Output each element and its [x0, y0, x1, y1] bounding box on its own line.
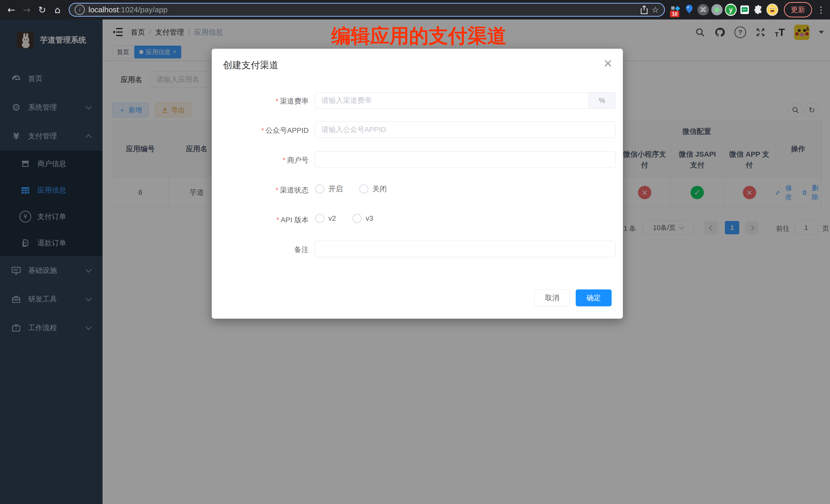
url-path: :1024/pay/app [119, 5, 167, 14]
update-button[interactable]: 更新 [784, 2, 812, 18]
fee-rate-input-group: % [315, 92, 615, 109]
extension-record-icon[interactable] [711, 4, 723, 15]
radio-circle-icon[interactable] [359, 184, 369, 194]
channel-status-radio-group: 开启 关闭 [315, 184, 397, 194]
url-text[interactable]: localhost:1024/pay/app [89, 5, 637, 14]
radio-option-v3[interactable]: v3 [352, 214, 374, 223]
radio-option-enable[interactable]: 开启 [315, 184, 343, 194]
dialog-close-icon[interactable]: × [603, 57, 613, 69]
extension-badge: 10 [670, 11, 679, 17]
bookmark-star-icon[interactable]: ☆ [651, 5, 659, 14]
reload-icon[interactable]: ↻ [35, 3, 49, 17]
confirm-button[interactable]: 确定 [576, 289, 612, 306]
remark-input[interactable] [315, 241, 615, 257]
browser-menu-icon[interactable]: ⋮ [817, 5, 825, 15]
extension-balloon-icon[interactable] [683, 4, 695, 15]
field-label-fee-rate: *渠道费率 [224, 96, 309, 106]
radio-circle-icon[interactable] [352, 214, 362, 223]
radio-circle-icon[interactable] [315, 214, 324, 223]
field-label-channel-status: *渠道状态 [224, 185, 309, 195]
percent-suffix: % [588, 92, 615, 109]
radio-option-disable[interactable]: 关闭 [359, 184, 387, 194]
radio-circle-icon[interactable] [315, 184, 324, 194]
radio-option-v2[interactable]: v2 [315, 214, 336, 223]
share-icon[interactable] [640, 5, 648, 14]
annotation-title: 编辑应用的支付渠道 [331, 23, 516, 50]
url-host: localhost [89, 5, 119, 14]
extension-puzzle-icon[interactable] [753, 4, 764, 15]
cancel-button[interactable]: 取消 [535, 289, 570, 306]
app-root: 芋道管理系统 首页 ⚙ 系统管理 ¥ 支付管理 [0, 20, 830, 504]
extension-command-icon[interactable]: ⌘ [697, 4, 709, 15]
field-label-merchant-no: *商户号 [224, 155, 309, 165]
appid-input[interactable] [315, 122, 615, 138]
extension-tiles-icon[interactable]: 10 [670, 4, 681, 15]
field-label-remark: 备注 [224, 245, 309, 255]
api-version-radio-group: v2 v3 [315, 214, 383, 223]
field-label-appid: *公众号APPID [224, 126, 309, 135]
extension-emoji-avatar[interactable] [766, 4, 778, 15]
screen: ← → ↻ ⌂ i localhost:1024/pay/app ☆ 10 ⌘ … [0, 0, 830, 504]
browser-chrome: ← → ↻ ⌂ i localhost:1024/pay/app ☆ 10 ⌘ … [0, 0, 830, 20]
forward-icon[interactable]: → [20, 3, 33, 17]
dialog-title: 创建支付渠道 [223, 59, 278, 71]
field-label-api-version: *API 版本 [224, 215, 309, 225]
extension-chat-icon[interactable] [739, 4, 751, 15]
create-pay-channel-dialog: 创建支付渠道 × *渠道费率 % *公众号APPID *商户号 *渠道状态 开启… [212, 49, 623, 319]
url-bar[interactable]: i localhost:1024/pay/app ☆ [69, 3, 665, 17]
fee-rate-input[interactable] [315, 92, 588, 109]
extension-y-icon[interactable]: y [725, 4, 737, 15]
back-icon[interactable]: ← [5, 3, 18, 17]
merchant-no-input[interactable] [315, 151, 615, 168]
site-info-icon[interactable]: i [74, 5, 85, 15]
home-icon[interactable]: ⌂ [51, 3, 64, 17]
